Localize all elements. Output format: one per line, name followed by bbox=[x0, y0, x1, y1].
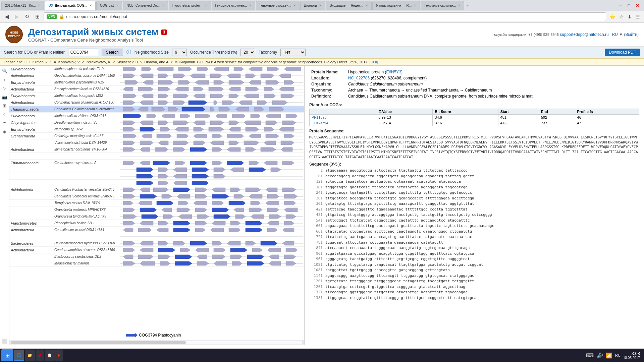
settings-button[interactable]: ☰ bbox=[634, 13, 641, 20]
taskbar-explorer[interactable]: 📁 bbox=[25, 350, 35, 361]
start-button[interactable]: ⊞ bbox=[1, 349, 13, 361]
pfam-name[interactable]: PF11596 bbox=[310, 115, 376, 120]
close-button[interactable]: ✕ bbox=[634, 2, 641, 9]
taskbar-network-icon[interactable]: 📶 bbox=[606, 352, 612, 359]
gene-row[interactable]: Crenarchaeota Caldivirga maquilingensis … bbox=[9, 133, 304, 139]
taskbar-ppt[interactable]: P bbox=[55, 350, 63, 361]
gene-row[interactable]: Euryarchaeota Natrinema sp. J7-2 bbox=[9, 126, 304, 133]
lang-selector[interactable]: RU bbox=[612, 32, 618, 37]
gene-row[interactable]: Chrysiogenetes Desulfurispirillum indicu… bbox=[9, 119, 304, 126]
taxonomy-select[interactable]: Нет Bacteria Archaea bbox=[280, 49, 306, 56]
tab-6-close[interactable]: ✕ bbox=[249, 4, 252, 7]
new-tab-button[interactable]: + bbox=[465, 2, 471, 8]
ncbi-link[interactable]: NC_022786 bbox=[348, 76, 370, 80]
exit-link[interactable]: Выйти bbox=[625, 32, 637, 37]
gene-row[interactable] bbox=[9, 233, 304, 240]
download-pdf-button[interactable]: Download PDF bbox=[605, 49, 640, 56]
sidebar-icon-4[interactable]: 📷 bbox=[1, 93, 8, 101]
doi-link[interactable]: [DOI] bbox=[370, 60, 378, 64]
sidebar-icon-bottom[interactable]: ⬜ bbox=[1, 337, 8, 345]
gene-row[interactable]: Thaumarchaeota Candidatus Caldiarchaeum … bbox=[9, 106, 304, 113]
tab-5[interactable]: hypothetical protei... ✕ bbox=[169, 1, 211, 10]
extensions-button[interactable]: ⭐ bbox=[608, 13, 616, 20]
gene-table[interactable]: Euryarchaeota Methanosphaerula palustris… bbox=[9, 66, 304, 330]
tab-10[interactable]: Я пластоцианин — R... ✕ bbox=[372, 1, 420, 10]
gene-row[interactable]: Euryarchaeota Methanoculleus bourgensis … bbox=[9, 93, 304, 99]
gene-row[interactable]: Euryarchaeota Methanosalinm zhilinae DSM… bbox=[9, 113, 304, 119]
tab-3[interactable]: COG List ✕ bbox=[96, 1, 122, 10]
gene-row[interactable]: Granulicella mallensis MP5ACTX8 bbox=[9, 206, 304, 213]
gene-row[interactable]: Bacteroidetes Haliscomenobacter hydrossi… bbox=[9, 240, 304, 247]
sidebar-icon-5[interactable]: ⊞ bbox=[1, 102, 8, 109]
horizontal-scrollbar[interactable] bbox=[9, 340, 304, 345]
bookmark-button[interactable]: ☆ bbox=[618, 13, 625, 20]
pfam-name[interactable]: COG3794 bbox=[310, 120, 376, 126]
support-email-link[interactable]: support+depo@mitotech.ru bbox=[560, 32, 608, 37]
gene-row[interactable]: Actinobacteria Ilumatobacter coccineus Y… bbox=[9, 146, 304, 153]
taskbar-media[interactable]: 📋 bbox=[45, 350, 55, 361]
gene-row[interactable]: Candidatus Solibacter usitatus Ellin6076 bbox=[9, 193, 304, 200]
tab-9-close[interactable]: ✕ bbox=[365, 4, 368, 7]
taskbar-keyboard-icon[interactable]: ⌨ bbox=[586, 352, 594, 359]
tab-10-close[interactable]: ✕ bbox=[414, 4, 416, 7]
minimize-button[interactable]: ─ bbox=[617, 2, 624, 9]
gene-row[interactable]: Acidobacteria Candidatus Koribacter vers… bbox=[9, 186, 304, 193]
occurrence-select[interactable]: 20 10 30 50 bbox=[240, 49, 255, 56]
tab-8-close[interactable]: ✕ bbox=[319, 4, 322, 7]
sidebar-icon-8[interactable]: ⊕ bbox=[1, 128, 8, 135]
tab-8[interactable]: Диалоги ✕ bbox=[300, 1, 325, 10]
gene-row[interactable]: Modestobacter marinus bbox=[9, 260, 304, 267]
gene-row[interactable] bbox=[9, 173, 304, 180]
taskbar-volume-icon[interactable]: 🔊 bbox=[596, 352, 603, 359]
help-icon[interactable]: ⓘ bbox=[126, 49, 131, 55]
maximize-button[interactable]: □ bbox=[626, 2, 632, 9]
search-input[interactable] bbox=[68, 49, 98, 56]
gene-row[interactable]: Thaumarchaeota Cenarchaeum symbiosum A bbox=[9, 160, 304, 166]
tab-2-close[interactable]: ✕ bbox=[89, 4, 92, 7]
tab-9[interactable]: Входящие — Яндек... ✕ bbox=[326, 1, 372, 10]
tab-11[interactable]: Геномное окружен... ✕ bbox=[421, 1, 464, 10]
gene-row[interactable]: Planctomycetes Rhodopirellula baltica SH… bbox=[9, 220, 304, 227]
gene-row[interactable] bbox=[9, 153, 304, 160]
gene-row[interactable]: Actinobacteria Conexibacter woesei DSM 1… bbox=[9, 227, 304, 233]
sidebar-icon-7[interactable]: ≡ bbox=[1, 119, 8, 127]
home-button[interactable]: ⊞ bbox=[33, 13, 42, 20]
gene-row[interactable]: Actinobacteria Geodermatophilus obscurus… bbox=[9, 247, 304, 253]
gene-row[interactable] bbox=[9, 166, 304, 173]
tab-1-close[interactable]: ✕ bbox=[38, 4, 40, 7]
tab-4-close[interactable]: ✕ bbox=[162, 4, 164, 7]
taskbar-opera[interactable]: O bbox=[36, 350, 44, 361]
gene-row[interactable]: Euryarchaeota Methanolobus psychrophilus… bbox=[9, 79, 304, 86]
gene-row[interactable]: Vulcanisaeta distributa DSM 14429 bbox=[9, 139, 304, 146]
sidebar-icon-6[interactable]: ♡ bbox=[1, 111, 8, 118]
gene-row[interactable]: Euryarchaeota Methanosphaerula palustris… bbox=[9, 66, 304, 72]
tab-4[interactable]: NCBI Conserved Do... ✕ bbox=[123, 1, 168, 10]
tab-1[interactable]: 2016/4/task11 - Ко... ✕ bbox=[1, 1, 44, 10]
gene-row[interactable]: Blastococcus saxobsidens DD2 bbox=[9, 253, 304, 260]
sidebar-icon-3[interactable]: ▷ bbox=[1, 84, 8, 92]
gene-row[interactable]: Actinobacteria Corynebacterium glutamicu… bbox=[9, 99, 304, 106]
gene-row[interactable]: Terriglobus roseus DSM 18391 bbox=[9, 200, 304, 206]
search-button[interactable]: Search bbox=[102, 49, 123, 56]
tab-5-close[interactable]: ✕ bbox=[205, 4, 207, 7]
tab-6[interactable]: Геномное окружен... ✕ bbox=[212, 1, 255, 10]
download-nav-button[interactable]: ⬇ bbox=[626, 13, 633, 20]
tab-7[interactable]: Геномное окружен... ✕ bbox=[256, 1, 300, 10]
gene-row[interactable] bbox=[9, 180, 304, 186]
back-button[interactable]: ◀ bbox=[3, 13, 11, 20]
neighborhood-select[interactable]: 9 5 7 11 bbox=[172, 49, 187, 56]
forward-button[interactable]: ▶ bbox=[13, 13, 21, 20]
sidebar-icon-2[interactable]: ↕ bbox=[1, 76, 8, 83]
tab-11-close[interactable]: ✕ bbox=[458, 4, 461, 7]
tab-7-close[interactable]: ✕ bbox=[293, 4, 296, 7]
address-bar[interactable]: VPN 🔒 micro.depo.msu.ru/module/cognat bbox=[44, 12, 606, 21]
taskbar-lang[interactable]: RU bbox=[615, 353, 621, 357]
gene-row[interactable]: Actinobacteria Brachybacterium faecium D… bbox=[9, 86, 304, 93]
tab-3-close[interactable]: ✕ bbox=[116, 4, 118, 7]
sidebar-icon-1[interactable]: 🔍 bbox=[1, 67, 8, 74]
tab-2[interactable]: U3 Депозитарий: COG... ✕ bbox=[45, 1, 96, 10]
gene-row[interactable]: Granulicella tundricola MP5ACTX9 bbox=[9, 213, 304, 220]
protein-uniprot-link[interactable]: E6N5Y3 bbox=[386, 70, 401, 74]
right-panel[interactable]: Protein Name: Hypothetical protein (E6N5… bbox=[305, 66, 644, 345]
taskbar-ie[interactable]: 🌐 bbox=[14, 350, 24, 361]
